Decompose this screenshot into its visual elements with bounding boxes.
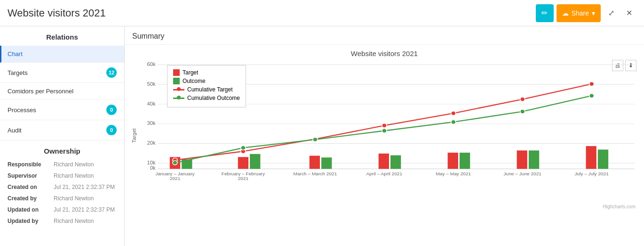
svg-text:March – March 2021: March – March 2021 bbox=[294, 172, 337, 177]
legend-cumulative-target: Cumulative Target bbox=[173, 86, 240, 93]
dot-co-may bbox=[451, 120, 456, 124]
y-axis-label: Target bbox=[129, 60, 139, 211]
legend-cumulative-outcome: Cumulative Outcome bbox=[173, 95, 240, 101]
share-label: Share bbox=[572, 9, 589, 17]
bar-may-outcome bbox=[460, 153, 470, 169]
svg-text:May – May 2021: May – May 2021 bbox=[436, 172, 471, 177]
created-on-label: Created on bbox=[8, 184, 50, 190]
sidebar-item-comidors[interactable]: Comidors per Personnel bbox=[0, 83, 124, 100]
dot-co-jul bbox=[589, 94, 594, 98]
legend-target-label: Target bbox=[183, 69, 198, 76]
dot-co-apr bbox=[382, 129, 387, 133]
svg-text:June – June 2021: June – June 2021 bbox=[504, 172, 541, 177]
svg-text:60k: 60k bbox=[147, 62, 156, 67]
expand-button[interactable]: ⤢ bbox=[604, 6, 619, 21]
legend-target: Target bbox=[173, 69, 240, 76]
page-title: Website visitors 2021 bbox=[8, 7, 106, 19]
relations-title: Relations bbox=[0, 26, 124, 46]
sidebar-item-audit[interactable]: Audit 0 bbox=[0, 120, 124, 140]
cumulative-target-line-swatch bbox=[173, 89, 184, 90]
supervisor-value: Richard Newton bbox=[54, 172, 94, 179]
updated-by-label: Updated by bbox=[8, 218, 50, 224]
svg-text:0k: 0k bbox=[150, 165, 156, 171]
svg-text:2021: 2021 bbox=[170, 176, 181, 181]
svg-text:10k: 10k bbox=[147, 160, 156, 165]
edit-button[interactable]: ✏ bbox=[536, 4, 554, 22]
bar-jul-outcome bbox=[598, 149, 608, 169]
dot-co-jun bbox=[520, 109, 525, 114]
ownership-created-on: Created on Jul 21, 2021 2:32:37 PM bbox=[0, 181, 124, 193]
legend-outcome-label: Outcome bbox=[183, 78, 206, 84]
sidebar-item-chart[interactable]: Chart bbox=[0, 46, 124, 63]
legend-outcome: Outcome bbox=[173, 78, 240, 84]
header-actions: ✏ ☁ Share ▾ ⤢ ✕ bbox=[536, 4, 636, 22]
svg-text:July – July 2021: July – July 2021 bbox=[574, 172, 609, 177]
supervisor-label: Supervisor bbox=[8, 172, 50, 179]
dot-co-mar bbox=[313, 137, 318, 141]
ownership-created-by: Created by Richard Newton bbox=[0, 193, 124, 204]
close-button[interactable]: ✕ bbox=[621, 6, 636, 21]
close-icon: ✕ bbox=[626, 8, 632, 17]
created-by-value: Richard Newton bbox=[54, 195, 94, 202]
svg-text:April – April 2021: April – April 2021 bbox=[366, 172, 402, 177]
header: Website visitors 2021 ✏ ☁ Share ▾ ⤢ ✕ bbox=[0, 0, 644, 26]
share-button[interactable]: ☁ Share ▾ bbox=[557, 4, 601, 22]
legend-cumulative-target-label: Cumulative Target bbox=[187, 86, 233, 93]
edit-icon: ✏ bbox=[541, 8, 548, 17]
target-color-swatch bbox=[173, 69, 180, 76]
chart-area: Target Target Outcome bbox=[129, 60, 639, 211]
dot-co-feb bbox=[241, 146, 246, 150]
updated-by-value: Richard Newton bbox=[54, 218, 94, 224]
bar-apr-target bbox=[379, 154, 389, 169]
sidebar-item-processes[interactable]: Processes 0 bbox=[0, 100, 124, 120]
ownership-updated-by: Updated by Richard Newton bbox=[0, 215, 124, 227]
chart-title: Website visitors 2021 bbox=[129, 49, 639, 57]
svg-text:40k: 40k bbox=[147, 101, 156, 106]
dot-co-jan bbox=[173, 161, 177, 165]
svg-text:February – February: February – February bbox=[222, 172, 265, 177]
summary-title: Summary bbox=[125, 26, 644, 45]
sidebar-item-targets-label: Targets bbox=[8, 69, 28, 76]
updated-on-value: Jul 21, 2021 2:32:37 PM bbox=[54, 206, 115, 213]
sidebar-item-processes-label: Processes bbox=[8, 107, 36, 114]
bar-mar-target bbox=[310, 156, 320, 169]
processes-badge: 0 bbox=[106, 105, 117, 115]
bar-jun-outcome bbox=[529, 150, 539, 169]
bar-feb-target bbox=[238, 157, 248, 169]
targets-badge: 12 bbox=[106, 67, 117, 78]
created-by-label: Created by bbox=[8, 195, 50, 202]
ownership-supervisor: Supervisor Richard Newton bbox=[0, 170, 124, 181]
bar-apr-outcome bbox=[390, 156, 401, 169]
content: Relations Chart Targets 12 Comidors per … bbox=[0, 26, 644, 246]
sidebar-item-comidors-label: Comidors per Personnel bbox=[8, 88, 73, 95]
dot-ct-may bbox=[451, 111, 456, 115]
ownership-title: Ownership bbox=[0, 140, 124, 159]
dot-ct-jul bbox=[589, 82, 594, 86]
svg-text:50k: 50k bbox=[147, 81, 156, 86]
sidebar-item-targets[interactable]: Targets 12 bbox=[0, 63, 124, 83]
bar-jun-target bbox=[517, 150, 527, 169]
audit-badge: 0 bbox=[106, 125, 117, 135]
bar-feb-outcome bbox=[250, 154, 260, 169]
expand-icon: ⤢ bbox=[608, 8, 614, 17]
svg-text:20k: 20k bbox=[147, 140, 156, 146]
chart-container: Website visitors 2021 🖨 ⬇ Target bbox=[125, 45, 644, 246]
responsible-value: Richard Newton bbox=[54, 161, 94, 168]
bar-may-target bbox=[448, 153, 458, 169]
legend-cumulative-outcome-label: Cumulative Outcome bbox=[187, 95, 240, 101]
bar-mar-outcome bbox=[321, 157, 332, 169]
main-content: Summary Website visitors 2021 🖨 ⬇ Target bbox=[125, 26, 644, 246]
bar-jul-target bbox=[586, 146, 596, 169]
svg-text:January – January: January – January bbox=[155, 172, 194, 177]
cumulative-outcome-line-swatch bbox=[173, 98, 184, 99]
sidebar-item-chart-label: Chart bbox=[8, 50, 23, 57]
cloud-icon: ☁ bbox=[562, 9, 569, 17]
ownership-responsible: Responsible Richard Newton bbox=[0, 159, 124, 170]
dot-ct-jun bbox=[520, 97, 525, 101]
svg-text:2021: 2021 bbox=[238, 176, 249, 181]
outcome-color-swatch bbox=[173, 78, 180, 84]
ownership-updated-on: Updated on Jul 21, 2021 2:32:37 PM bbox=[0, 204, 124, 215]
chevron-down-icon: ▾ bbox=[592, 9, 595, 17]
responsible-label: Responsible bbox=[8, 161, 50, 168]
updated-on-label: Updated on bbox=[8, 206, 50, 213]
